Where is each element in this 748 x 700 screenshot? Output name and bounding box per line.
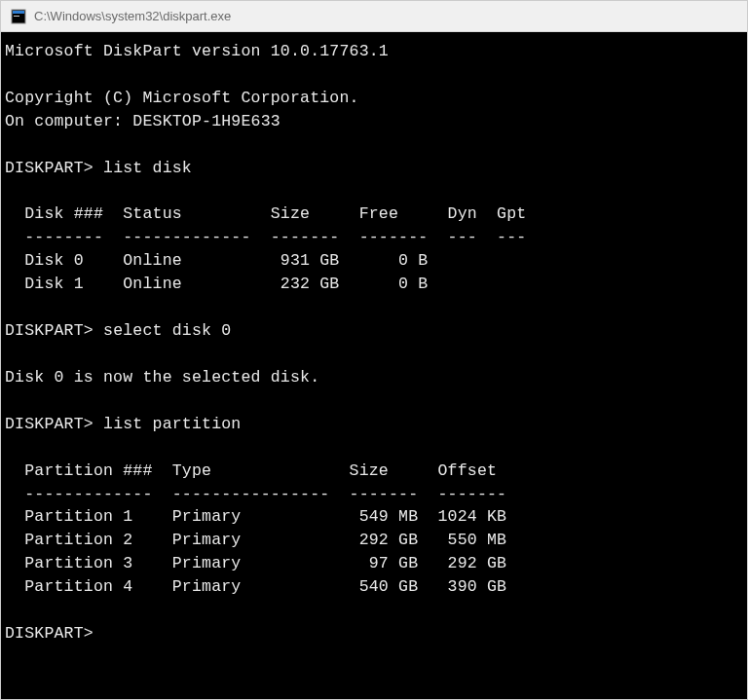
disk-row: Disk 0 Online 931 GB 0 B [5, 251, 428, 270]
diskpart-window: C:\Windows\system32\diskpart.exe Microso… [0, 0, 748, 700]
partition-row: Partition 1 Primary 549 MB 1024 KB [5, 507, 506, 526]
disk-table-header: Disk ### Status Size Free Dyn Gpt [5, 204, 526, 223]
window-title: C:\Windows\system32\diskpart.exe [34, 9, 231, 23]
prompt: DISKPART> [5, 415, 94, 433]
partition-row: Partition 2 Primary 292 GB 550 MB [5, 531, 506, 549]
command-list-partition: list partition [103, 415, 241, 433]
disk-table-divider: -------- ------------- ------- ------- -… [5, 228, 526, 246]
partition-table-header: Partition ### Type Size Offset [5, 461, 497, 480]
command-list-disk: list disk [103, 159, 192, 177]
partition-row: Partition 4 Primary 540 GB 390 GB [5, 577, 506, 596]
disk-row: Disk 1 Online 232 GB 0 B [5, 275, 428, 293]
prompt: DISKPART> [5, 159, 94, 177]
copyright-line: Copyright (C) Microsoft Corporation. [5, 89, 359, 107]
svg-rect-1 [13, 11, 24, 14]
svg-rect-2 [14, 16, 19, 17]
command-select-disk: select disk 0 [103, 321, 231, 340]
partition-row: Partition 3 Primary 97 GB 292 GB [5, 554, 506, 572]
terminal-output[interactable]: Microsoft DiskPart version 10.0.17763.1 … [1, 32, 747, 699]
partition-table-divider: ------------- ---------------- ------- -… [5, 485, 506, 503]
version-line: Microsoft DiskPart version 10.0.17763.1 [5, 42, 389, 60]
titlebar[interactable]: C:\Windows\system32\diskpart.exe [1, 1, 747, 32]
app-icon [11, 9, 26, 24]
computer-line: On computer: DESKTOP-1H9E633 [5, 112, 280, 130]
select-disk-message: Disk 0 is now the selected disk. [5, 368, 319, 387]
current-prompt: DISKPART> [5, 624, 94, 643]
prompt: DISKPART> [5, 321, 94, 340]
